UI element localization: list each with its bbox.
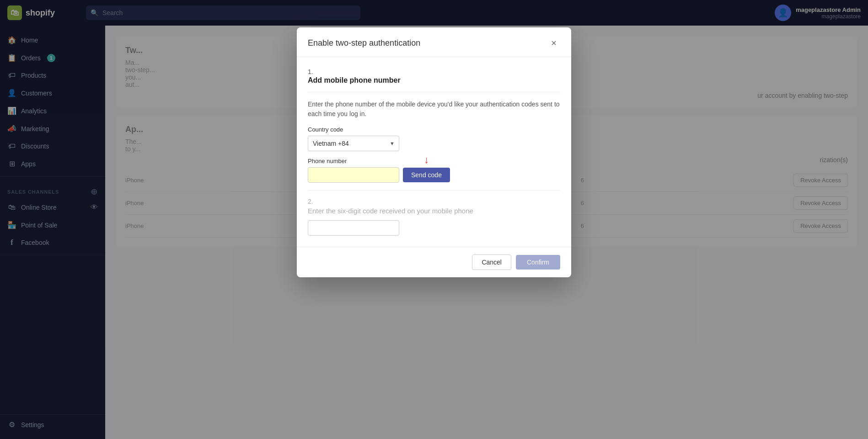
step1-title: Add mobile phone number	[308, 76, 560, 85]
phone-number-input[interactable]	[308, 167, 399, 183]
country-code-group: Country code Vietnam +84 United States +…	[308, 126, 560, 151]
step2-number: 2.	[308, 198, 560, 205]
confirm-button[interactable]: Confirm	[516, 255, 560, 270]
modal-footer: Cancel Confirm	[297, 247, 571, 277]
arrow-down-indicator: ↓	[424, 155, 429, 165]
step2-label: Enter the six-digit code received on you…	[308, 207, 560, 215]
phone-number-label: Phone number	[308, 158, 560, 164]
modal-dialog: Enable two-step authentication × 1. Add …	[297, 27, 571, 277]
step2-divider	[308, 190, 560, 190]
modal-header: Enable two-step authentication ×	[297, 27, 571, 57]
step1-description: Enter the phone number of the mobile dev…	[308, 100, 560, 119]
send-code-button[interactable]: Send code	[403, 168, 450, 182]
send-code-wrapper: ↓ Send code	[403, 168, 450, 182]
country-code-select[interactable]: Vietnam +84 United States +1 United King…	[308, 136, 399, 151]
step1-number: 1.	[308, 68, 560, 75]
phone-number-group: Phone number ↓ Send code	[308, 158, 560, 183]
modal-title: Enable two-step authentication	[308, 38, 420, 48]
six-digit-code-input[interactable]	[308, 220, 399, 236]
country-code-label: Country code	[308, 126, 560, 133]
cancel-button[interactable]: Cancel	[472, 254, 511, 270]
step1-divider	[308, 92, 560, 92]
phone-row: ↓ Send code	[308, 167, 560, 183]
country-code-select-wrapper: Vietnam +84 United States +1 United King…	[308, 136, 399, 151]
modal-overlay: Enable two-step authentication × 1. Add …	[0, 0, 868, 439]
modal-body: 1. Add mobile phone number Enter the pho…	[297, 57, 571, 247]
modal-close-button[interactable]: ×	[547, 37, 560, 49]
